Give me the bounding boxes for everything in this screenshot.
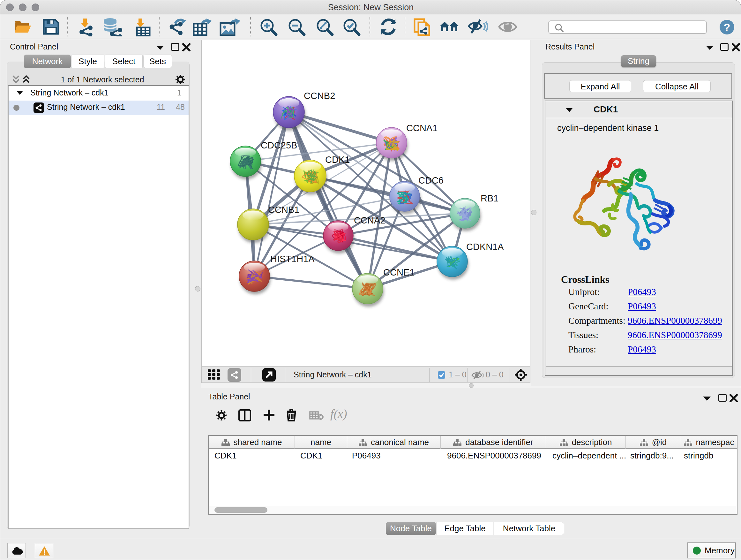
svg-text:CCNA1: CCNA1 xyxy=(406,123,437,133)
svg-text:CDC6: CDC6 xyxy=(418,175,444,186)
svg-text:CDK1: CDK1 xyxy=(325,154,350,165)
svg-text:CDKN1A: CDKN1A xyxy=(466,242,504,252)
svg-text:RB1: RB1 xyxy=(481,193,498,203)
svg-text:HIST1H1A: HIST1H1A xyxy=(270,254,315,264)
svg-text:CCNE1: CCNE1 xyxy=(383,267,414,277)
svg-text:CCNA2: CCNA2 xyxy=(354,215,385,226)
svg-text:CDC25B: CDC25B xyxy=(261,140,297,150)
svg-text:CCNB2: CCNB2 xyxy=(304,91,335,101)
svg-text:CCNB1: CCNB1 xyxy=(268,205,299,215)
